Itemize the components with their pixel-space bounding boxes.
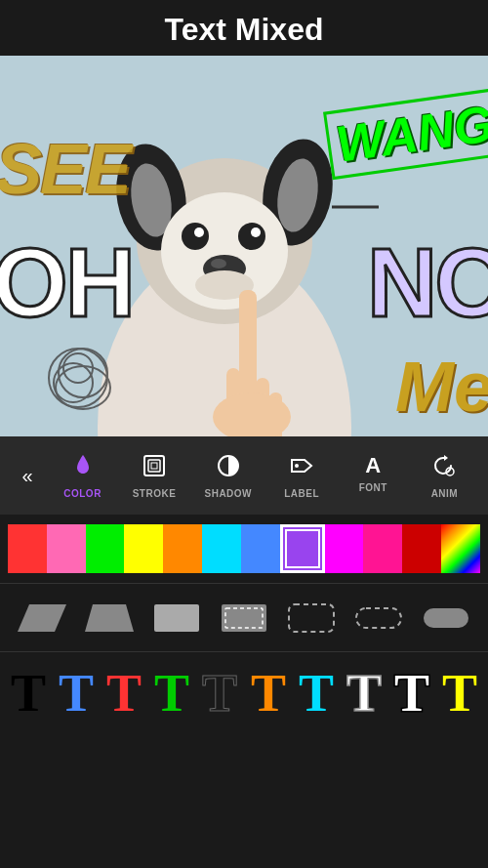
svg-rect-39 xyxy=(424,608,468,628)
text-see: SEE xyxy=(0,129,130,209)
svg-text:T: T xyxy=(59,664,94,718)
tool-shadow-label: SHADOW xyxy=(204,488,252,499)
shape-trapezoid[interactable] xyxy=(79,594,139,642)
svg-text:T: T xyxy=(11,664,46,718)
svg-text:T: T xyxy=(106,664,142,718)
svg-rect-38 xyxy=(356,608,401,628)
color-swatch-darkred[interactable] xyxy=(402,524,441,573)
text-style-black[interactable]: T xyxy=(4,657,52,725)
text-style-cyan[interactable]: T xyxy=(292,657,340,725)
shape-row xyxy=(0,583,488,651)
font-icon: A xyxy=(365,453,381,478)
text-style-green[interactable]: T xyxy=(148,657,196,725)
svg-rect-28 xyxy=(151,463,157,469)
text-oh: OH xyxy=(0,227,133,339)
color-swatch-cyan[interactable] xyxy=(202,524,241,573)
text-style-dark[interactable]: T xyxy=(196,657,244,725)
shape-pill-outline[interactable] xyxy=(349,594,409,642)
text-style-red[interactable]: T xyxy=(100,657,147,725)
tool-anim[interactable]: ANIM xyxy=(415,447,473,505)
svg-rect-37 xyxy=(289,604,334,632)
canvas-area: SEE WANG OH NO Me xyxy=(0,56,488,436)
shape-pill-solid[interactable] xyxy=(417,594,476,642)
color-swatch-magenta[interactable] xyxy=(325,524,364,573)
text-style-yellow[interactable]: T xyxy=(436,657,484,725)
svg-rect-27 xyxy=(148,460,160,472)
tool-stroke[interactable]: STROKE xyxy=(125,447,184,505)
tool-shadow[interactable]: SHADOW xyxy=(196,447,260,505)
color-swatch-multi[interactable] xyxy=(441,524,480,573)
tool-font-label: FONT xyxy=(359,482,387,493)
tool-stroke-label: STROKE xyxy=(133,488,177,499)
label-icon xyxy=(289,453,314,484)
svg-point-30 xyxy=(295,464,299,468)
tool-label[interactable]: LABEL xyxy=(272,447,331,505)
svg-marker-33 xyxy=(85,604,134,632)
shape-rounded-dotted[interactable] xyxy=(282,594,342,642)
back-button[interactable]: « xyxy=(8,456,47,495)
text-me: Me xyxy=(395,347,488,427)
anim-icon xyxy=(431,453,457,484)
svg-text:T: T xyxy=(154,664,189,718)
shape-parallelogram-left[interactable] xyxy=(12,594,71,642)
shadow-icon xyxy=(216,453,241,484)
svg-text:T: T xyxy=(394,664,429,718)
color-palette xyxy=(0,515,488,583)
header: Text Mixed xyxy=(0,0,488,56)
color-swatch-pink[interactable] xyxy=(47,524,86,573)
text-style-orange[interactable]: T xyxy=(244,657,292,725)
stroke-icon xyxy=(142,453,167,484)
color-swatch-purple[interactable] xyxy=(280,524,325,573)
svg-marker-32 xyxy=(18,604,66,632)
tool-color-label: COLOR xyxy=(63,488,102,499)
svg-text:T: T xyxy=(442,664,477,718)
tool-items: COLOR STROKE SHADOW xyxy=(47,447,480,505)
toolbar: « COLOR STROKE xyxy=(0,436,488,515)
color-swatch-blue[interactable] xyxy=(241,524,280,573)
svg-text:T: T xyxy=(251,664,286,718)
color-swatch-red[interactable] xyxy=(8,524,47,573)
color-swatch-green[interactable] xyxy=(86,524,125,573)
text-style-outline-black[interactable]: T xyxy=(388,657,436,725)
shape-dotted-rect[interactable] xyxy=(214,594,273,642)
svg-rect-34 xyxy=(154,604,199,632)
svg-text:T: T xyxy=(299,664,334,718)
tool-color[interactable]: COLOR xyxy=(54,447,112,505)
color-swatch-orange[interactable] xyxy=(163,524,202,573)
svg-text:T: T xyxy=(202,664,237,718)
tool-font[interactable]: A FONT xyxy=(344,447,402,505)
text-style-row: T T T T T T T T xyxy=(0,651,488,729)
color-icon xyxy=(70,453,96,484)
tool-label-label: LABEL xyxy=(284,488,319,499)
color-swatch-yellow[interactable] xyxy=(124,524,163,573)
page-title: Text Mixed xyxy=(0,12,488,48)
text-no: NO xyxy=(367,227,488,339)
svg-rect-26 xyxy=(144,456,164,475)
shape-rectangle[interactable] xyxy=(146,594,206,642)
text-style-outline-white[interactable]: T xyxy=(340,657,387,725)
color-swatch-hotpink[interactable] xyxy=(363,524,402,573)
tool-anim-label: ANIM xyxy=(431,488,459,499)
svg-text:T: T xyxy=(346,664,382,718)
text-style-blue[interactable]: T xyxy=(52,657,100,725)
